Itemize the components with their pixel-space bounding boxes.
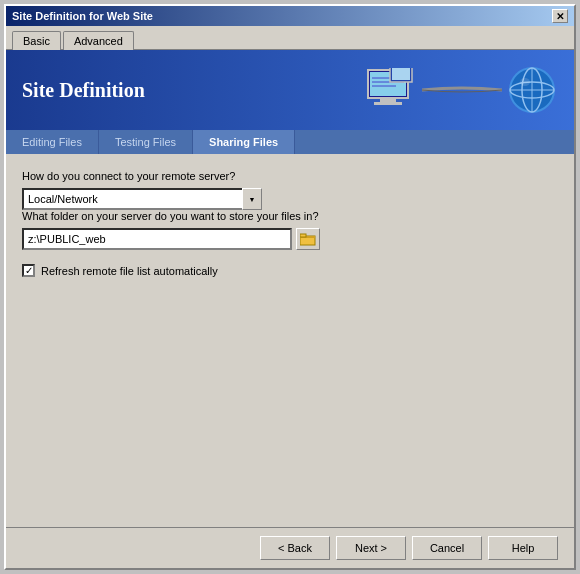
globe-icon bbox=[506, 64, 558, 116]
svg-rect-17 bbox=[300, 234, 306, 237]
connection-dropdown-container: FTP Local/Network RDS WebDAV None bbox=[22, 188, 262, 210]
svg-rect-2 bbox=[380, 98, 396, 102]
banner-icons bbox=[366, 64, 558, 116]
banner: Site Definition bbox=[6, 50, 574, 130]
wizard-tab-sharing[interactable]: Sharing Files bbox=[193, 130, 295, 154]
tab-bar: Basic Advanced bbox=[6, 26, 574, 50]
banner-title: Site Definition bbox=[22, 79, 145, 102]
browse-folder-button[interactable] bbox=[296, 228, 320, 250]
next-button[interactable]: Next > bbox=[336, 536, 406, 560]
folder-icon bbox=[300, 232, 316, 246]
dialog-window: Site Definition for Web Site ✕ Basic Adv… bbox=[4, 4, 576, 570]
monitor-icon bbox=[366, 68, 418, 112]
connection-dropdown[interactable]: FTP Local/Network RDS WebDAV None bbox=[22, 188, 262, 210]
svg-rect-8 bbox=[392, 68, 410, 80]
svg-point-14 bbox=[520, 78, 530, 86]
dialog-body: Site Definition bbox=[6, 50, 574, 568]
folder-label: What folder on your server do you want t… bbox=[22, 210, 558, 222]
refresh-checkbox-wrapper: ✓ Refresh remote file list automatically bbox=[22, 264, 558, 277]
tab-advanced[interactable]: Advanced bbox=[63, 31, 134, 50]
checkbox-check-mark: ✓ bbox=[25, 265, 33, 276]
title-bar: Site Definition for Web Site ✕ bbox=[6, 6, 574, 26]
refresh-checkbox[interactable]: ✓ bbox=[22, 264, 35, 277]
svg-rect-3 bbox=[374, 102, 402, 105]
help-button[interactable]: Help bbox=[488, 536, 558, 560]
cable-icon bbox=[422, 86, 502, 94]
wizard-tab-editing[interactable]: Editing Files bbox=[6, 130, 99, 154]
connection-label: How do you connect to your remote server… bbox=[22, 170, 558, 182]
folder-path-wrapper bbox=[22, 228, 558, 250]
folder-path-input[interactable] bbox=[22, 228, 292, 250]
tab-basic[interactable]: Basic bbox=[12, 31, 61, 50]
refresh-label: Refresh remote file list automatically bbox=[41, 265, 218, 277]
close-button[interactable]: ✕ bbox=[552, 9, 568, 23]
wizard-tab-testing[interactable]: Testing Files bbox=[99, 130, 193, 154]
button-bar: < Back Next > Cancel Help bbox=[6, 527, 574, 568]
cancel-button[interactable]: Cancel bbox=[412, 536, 482, 560]
wizard-tabs: Editing Files Testing Files Sharing File… bbox=[6, 130, 574, 154]
back-button[interactable]: < Back bbox=[260, 536, 330, 560]
window-title: Site Definition for Web Site bbox=[12, 10, 153, 22]
content-area: How do you connect to your remote server… bbox=[6, 154, 574, 527]
